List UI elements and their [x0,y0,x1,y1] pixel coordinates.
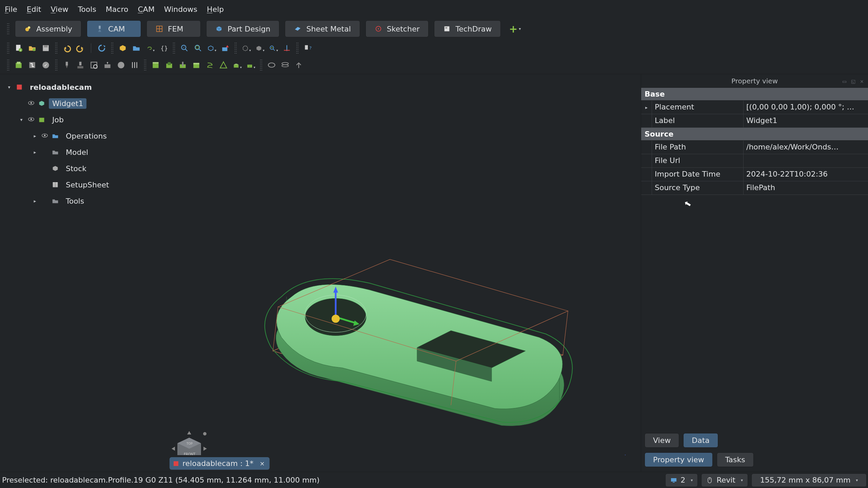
toolbar-grip-icon[interactable] [7,23,9,35]
status-dimensions[interactable]: 155,72 mm x 86,07 mm ▾ [751,473,867,487]
menu-help[interactable]: Help [207,5,224,14]
cam-job-icon[interactable] [14,61,23,69]
menu-windows[interactable]: Windows [164,5,197,14]
cam-sanity-icon[interactable]: ✓ [41,61,50,69]
wb-tab-part-design[interactable]: Part Design [206,20,279,37]
draw-style-icon[interactable] [242,44,251,53]
cam-inspect-icon[interactable] [90,61,98,69]
expand-icon[interactable]: ▸ [32,149,38,155]
property-row[interactable]: Import Date Time 2024-10-22T10:02:36 [641,168,868,181]
cam-comment-icon[interactable] [294,61,303,69]
tree-item-operations[interactable]: ▸ Operations [0,128,166,144]
cam-finish-icon[interactable] [130,61,139,69]
property-value[interactable] [744,154,868,167]
cam-simulator-icon[interactable] [103,61,112,69]
close-icon[interactable]: × [260,460,265,467]
cam-adaptive-icon[interactable] [219,61,228,69]
collapse-icon[interactable]: ▾ [6,84,12,90]
toolbar-grip-icon[interactable] [173,42,175,54]
toolbar-grip-icon[interactable] [7,42,9,54]
cam-profile-icon[interactable] [151,61,160,69]
toolbar-grip-icon[interactable] [55,42,58,54]
tree-item-tools[interactable]: ▸ Tools [0,193,166,209]
panel-close-icon[interactable]: × [860,79,866,83]
toolbar-grip-icon[interactable] [296,42,299,54]
visibility-icon[interactable] [28,101,35,106]
workbench-add-button[interactable]: + ▾ [509,23,521,35]
toolbar-grip-icon[interactable] [111,42,114,54]
open-file-icon[interactable] [28,44,37,53]
property-row[interactable]: Source Type FilePath [641,181,868,195]
measure-icon[interactable] [269,44,278,53]
cam-slot-icon[interactable] [233,61,241,69]
property-row[interactable]: ▸ Placement [(0,00 0,00 1,00); 0,000 °; … [641,101,868,114]
box-icon[interactable] [118,44,127,53]
toolbar-grip-icon[interactable] [260,59,262,71]
undo-icon[interactable] [62,44,71,53]
link-icon[interactable] [145,44,154,53]
property-row[interactable]: File Url [641,154,868,168]
cam-toolbit-icon[interactable] [62,61,71,69]
tree-item-job[interactable]: ▾ Job [0,111,166,128]
menu-tools[interactable]: Tools [78,5,96,14]
property-value[interactable]: /home/alex/Work/Onds… [744,141,868,154]
wb-tab-techdraw[interactable]: TechDraw [434,20,501,37]
status-nav-style[interactable]: Revit ▾ [701,473,748,487]
wb-tab-cam[interactable]: CAM [87,20,141,37]
status-screens[interactable]: 2 ▾ [665,473,698,487]
new-file-icon[interactable]: + [14,44,23,53]
toolbar-grip-icon[interactable] [55,59,58,71]
tab-view[interactable]: View [645,433,679,448]
part-display-icon[interactable] [255,44,264,53]
property-row[interactable]: Label Widget1 [641,114,868,128]
wb-tab-sheet-metal[interactable]: Sheet Metal [285,20,360,37]
axis-icon[interactable] [282,44,291,53]
align-view-icon[interactable] [221,44,230,53]
tree-item-setupsheet[interactable]: SetupSheet [0,177,166,193]
save-file-icon[interactable] [41,44,50,53]
wb-tab-fem[interactable]: FEM [146,20,201,37]
zoom-fit-icon[interactable]: ⤢ [180,44,189,53]
tree-item-model[interactable]: ▸ Model [0,144,166,160]
panel-float-icon[interactable]: ◱ [851,79,857,83]
document-tab[interactable]: reloadablecam : 1* × [170,457,270,470]
property-value[interactable]: 2024-10-22T10:02:36 [744,168,868,181]
wb-tab-assembly[interactable]: Assembly [15,20,81,37]
property-value[interactable]: Widget1 [744,114,868,127]
menu-file[interactable]: File [5,5,17,14]
tree-item-stock[interactable]: Stock [0,160,166,177]
menu-view[interactable]: View [51,5,68,14]
cam-boundary-icon[interactable] [267,61,276,69]
tree-root[interactable]: ▾ reloadablecam [0,79,166,95]
cam-helix-icon[interactable] [205,61,214,69]
cam-simulate-gl-icon[interactable] [117,61,125,69]
cam-tooltable-icon[interactable] [76,61,85,69]
view-cube-icon[interactable] [207,44,216,53]
tab-data[interactable]: Data [683,433,718,448]
expand-icon[interactable]: ▸ [32,133,38,139]
redo-icon[interactable] [76,44,85,53]
toolbar-grip-icon[interactable] [7,59,9,71]
menu-edit[interactable]: Edit [27,5,41,14]
visibility-icon[interactable] [41,134,48,138]
tab-tasks[interactable]: Tasks [717,452,754,467]
zoom-selection-icon[interactable] [194,44,202,53]
expand-icon[interactable]: ▸ [641,101,652,114]
toolbar-grip-icon[interactable] [234,42,237,54]
property-value[interactable]: FilePath [744,181,868,195]
visibility-icon[interactable] [28,117,35,122]
cam-pocket-icon[interactable] [165,61,174,69]
varset-icon[interactable]: {} [159,44,168,53]
refresh-icon[interactable] [97,44,106,53]
cam-postprocess-icon[interactable] [28,61,37,69]
tree-item-widget[interactable]: Widget1 [0,95,166,111]
cam-engrave-icon[interactable]: V [246,61,255,69]
panel-min-icon[interactable]: ▭ [842,79,848,83]
viewport-3d[interactable]: ⬉ FRONT TOP [166,74,641,472]
wb-tab-sketcher[interactable]: Sketcher [366,20,429,37]
cam-array-icon[interactable] [281,61,290,69]
property-value[interactable]: [(0,00 0,00 1,00); 0,000 °; … [744,101,868,114]
cam-drilling-icon[interactable] [178,61,187,69]
cam-face-icon[interactable] [192,61,201,69]
property-row[interactable]: File Path /home/alex/Work/Onds… [641,141,868,154]
